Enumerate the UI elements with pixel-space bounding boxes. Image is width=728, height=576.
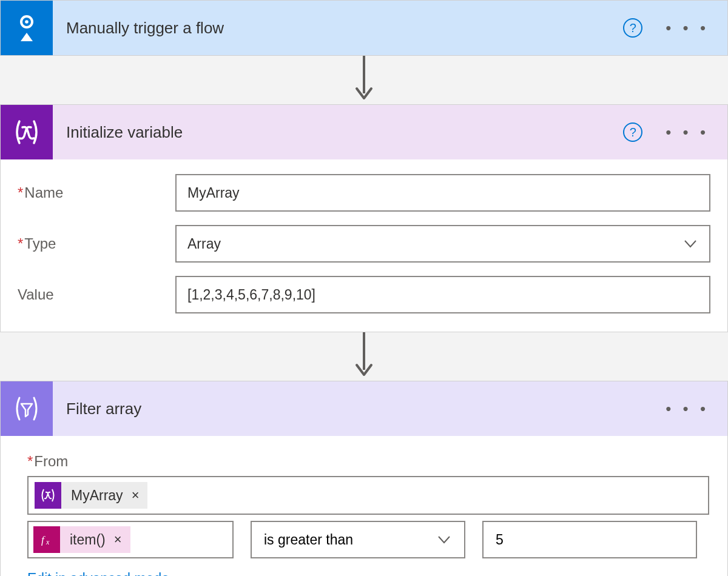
- required-asterisk: *: [27, 453, 33, 469]
- svg-text:x: x: [46, 538, 50, 546]
- variable-icon: [35, 482, 61, 509]
- required-asterisk: *: [18, 235, 23, 252]
- value-label: Value: [18, 286, 175, 303]
- remove-token-icon[interactable]: ×: [132, 487, 140, 503]
- variable-icon: [1, 105, 53, 159]
- help-icon[interactable]: ?: [623, 18, 642, 38]
- chevron-down-icon: [436, 532, 452, 548]
- condition-row: f x item() × is greater than: [27, 521, 709, 558]
- edit-advanced-mode-link[interactable]: Edit in advanced mode: [27, 571, 709, 576]
- from-label: *From: [27, 453, 709, 470]
- initialize-variable-body: *Name MyArray *Type Array Value: [1, 159, 727, 332]
- condition-left-input[interactable]: f x item() ×: [27, 521, 234, 558]
- help-icon[interactable]: ?: [623, 122, 642, 142]
- name-label: *Name: [18, 184, 175, 201]
- type-label: *Type: [18, 235, 175, 252]
- more-menu-button[interactable]: • • •: [659, 124, 715, 140]
- condition-operator-select[interactable]: is greater than: [251, 521, 465, 558]
- condition-value-input[interactable]: 5: [482, 521, 697, 558]
- initialize-variable-title: Initialize variable: [66, 123, 623, 142]
- token-label: item(): [70, 532, 106, 548]
- svg-text:f: f: [41, 534, 46, 546]
- variable-token[interactable]: MyArray ×: [35, 482, 147, 509]
- initialize-variable-header[interactable]: Initialize variable ? • • •: [1, 105, 727, 159]
- more-menu-button[interactable]: • • •: [659, 401, 715, 417]
- from-input[interactable]: MyArray ×: [27, 476, 709, 515]
- connector-arrow: [0, 332, 728, 381]
- expression-token[interactable]: f x item() ×: [33, 526, 130, 553]
- fx-icon: f x: [33, 526, 60, 553]
- svg-point-1: [25, 20, 29, 24]
- filter-array-header[interactable]: Filter array • • •: [1, 381, 727, 436]
- token-label: MyArray: [71, 487, 123, 504]
- chevron-down-icon: [682, 236, 698, 252]
- more-menu-button[interactable]: • • •: [659, 20, 715, 36]
- filter-icon: [1, 381, 53, 436]
- remove-token-icon[interactable]: ×: [114, 532, 122, 548]
- connector-arrow: [0, 56, 728, 104]
- required-asterisk: *: [18, 184, 23, 201]
- filter-array-title: Filter array: [66, 400, 659, 418]
- filter-array-card: Filter array • • • *From: [0, 381, 728, 576]
- trigger-card: Manually trigger a flow ? • • •: [0, 0, 728, 56]
- value-input[interactable]: [1,2,3,4,5,6,7,8,9,10]: [175, 276, 710, 313]
- initialize-variable-card: Initialize variable ? • • • *Name MyArra…: [0, 104, 728, 332]
- manual-trigger-icon: [1, 1, 53, 55]
- filter-array-body: *From MyArray ×: [1, 436, 727, 576]
- trigger-header[interactable]: Manually trigger a flow ? • • •: [1, 1, 727, 55]
- trigger-title: Manually trigger a flow: [66, 19, 623, 38]
- name-input[interactable]: MyArray: [175, 174, 710, 212]
- type-select[interactable]: Array: [175, 225, 710, 263]
